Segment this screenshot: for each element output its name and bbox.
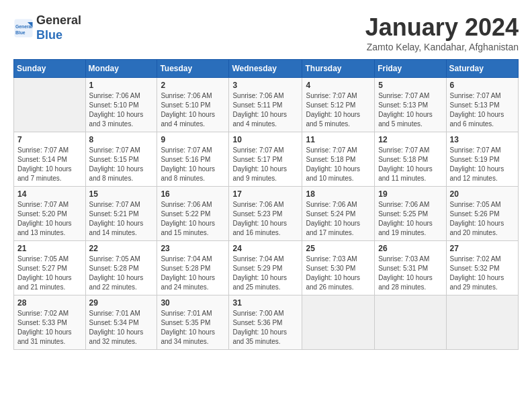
calendar-cell bbox=[446, 295, 518, 350]
calendar-cell: 25Sunrise: 7:03 AMSunset: 5:30 PMDayligh… bbox=[302, 241, 375, 295]
calendar-cell: 7Sunrise: 7:07 AMSunset: 5:14 PMDaylight… bbox=[14, 132, 86, 187]
calendar-cell: 1Sunrise: 7:06 AMSunset: 5:10 PMDaylight… bbox=[85, 78, 157, 132]
day-info: Sunrise: 7:07 AMSunset: 5:13 PMDaylight:… bbox=[378, 91, 442, 129]
calendar-cell: 11Sunrise: 7:07 AMSunset: 5:18 PMDayligh… bbox=[302, 132, 375, 187]
day-number: 30 bbox=[161, 298, 225, 308]
day-number: 6 bbox=[450, 81, 515, 90]
day-info: Sunrise: 7:02 AMSunset: 5:32 PMDaylight:… bbox=[450, 255, 515, 292]
calendar-cell: 28Sunrise: 7:02 AMSunset: 5:33 PMDayligh… bbox=[14, 295, 86, 350]
day-number: 23 bbox=[161, 244, 225, 253]
day-info: Sunrise: 7:07 AMSunset: 5:20 PMDaylight:… bbox=[17, 200, 82, 238]
location-text: Zamto Kelay, Kandahar, Afghanistan bbox=[365, 42, 519, 52]
day-info: Sunrise: 7:06 AMSunset: 5:10 PMDaylight:… bbox=[161, 91, 225, 129]
column-header-monday: Monday bbox=[85, 60, 157, 78]
calendar-cell: 16Sunrise: 7:06 AMSunset: 5:22 PMDayligh… bbox=[157, 187, 229, 241]
day-info: Sunrise: 7:06 AMSunset: 5:10 PMDaylight:… bbox=[89, 91, 154, 129]
day-number: 10 bbox=[232, 135, 298, 144]
day-number: 20 bbox=[450, 189, 515, 199]
day-number: 1 bbox=[89, 81, 154, 90]
calendar-table: SundayMondayTuesdayWednesdayThursdayFrid… bbox=[13, 59, 519, 350]
day-number: 22 bbox=[89, 244, 154, 253]
day-number: 5 bbox=[378, 81, 442, 90]
calendar-cell: 24Sunrise: 7:04 AMSunset: 5:29 PMDayligh… bbox=[229, 241, 302, 295]
calendar-week-2: 7Sunrise: 7:07 AMSunset: 5:14 PMDaylight… bbox=[14, 132, 519, 187]
day-info: Sunrise: 7:07 AMSunset: 5:14 PMDaylight:… bbox=[17, 146, 82, 183]
calendar-cell: 15Sunrise: 7:07 AMSunset: 5:21 PMDayligh… bbox=[85, 187, 157, 241]
day-number: 4 bbox=[306, 81, 371, 90]
column-header-wednesday: Wednesday bbox=[229, 60, 302, 78]
calendar-cell: 8Sunrise: 7:07 AMSunset: 5:15 PMDaylight… bbox=[85, 132, 157, 187]
column-header-tuesday: Tuesday bbox=[157, 60, 229, 78]
day-number: 16 bbox=[161, 189, 225, 199]
calendar-cell: 13Sunrise: 7:07 AMSunset: 5:19 PMDayligh… bbox=[446, 132, 518, 187]
day-info: Sunrise: 7:07 AMSunset: 5:13 PMDaylight:… bbox=[450, 91, 515, 129]
day-number: 14 bbox=[17, 189, 82, 199]
day-info: Sunrise: 7:07 AMSunset: 5:17 PMDaylight:… bbox=[232, 146, 298, 183]
day-info: Sunrise: 7:03 AMSunset: 5:30 PMDaylight:… bbox=[306, 255, 371, 292]
day-info: Sunrise: 7:06 AMSunset: 5:25 PMDaylight:… bbox=[378, 200, 442, 238]
day-info: Sunrise: 7:00 AMSunset: 5:36 PMDaylight:… bbox=[232, 309, 298, 347]
calendar-cell bbox=[14, 78, 86, 132]
calendar-week-1: 1Sunrise: 7:06 AMSunset: 5:10 PMDaylight… bbox=[14, 78, 519, 132]
day-number: 13 bbox=[450, 135, 515, 144]
calendar-cell: 20Sunrise: 7:05 AMSunset: 5:26 PMDayligh… bbox=[446, 187, 518, 241]
calendar-cell: 4Sunrise: 7:07 AMSunset: 5:12 PMDaylight… bbox=[302, 78, 375, 132]
day-info: Sunrise: 7:01 AMSunset: 5:35 PMDaylight:… bbox=[161, 309, 225, 347]
day-info: Sunrise: 7:06 AMSunset: 5:23 PMDaylight:… bbox=[232, 200, 298, 238]
day-info: Sunrise: 7:03 AMSunset: 5:31 PMDaylight:… bbox=[378, 255, 442, 292]
calendar-week-3: 14Sunrise: 7:07 AMSunset: 5:20 PMDayligh… bbox=[14, 187, 519, 241]
calendar-cell: 14Sunrise: 7:07 AMSunset: 5:20 PMDayligh… bbox=[14, 187, 86, 241]
day-number: 26 bbox=[378, 244, 442, 253]
calendar-cell: 23Sunrise: 7:04 AMSunset: 5:28 PMDayligh… bbox=[157, 241, 229, 295]
day-number: 3 bbox=[232, 81, 298, 90]
day-info: Sunrise: 7:04 AMSunset: 5:29 PMDaylight:… bbox=[232, 255, 298, 292]
logo-blue-text: Blue bbox=[36, 28, 81, 43]
day-number: 18 bbox=[306, 189, 371, 199]
day-number: 24 bbox=[232, 244, 298, 253]
logo: General Blue General Blue bbox=[13, 13, 81, 42]
day-number: 7 bbox=[17, 135, 82, 144]
day-info: Sunrise: 7:07 AMSunset: 5:16 PMDaylight:… bbox=[161, 146, 225, 183]
logo-icon: General Blue bbox=[13, 18, 34, 38]
day-info: Sunrise: 7:05 AMSunset: 5:26 PMDaylight:… bbox=[450, 200, 515, 238]
calendar-cell: 31Sunrise: 7:00 AMSunset: 5:36 PMDayligh… bbox=[229, 295, 302, 350]
calendar-week-5: 28Sunrise: 7:02 AMSunset: 5:33 PMDayligh… bbox=[14, 295, 519, 350]
day-info: Sunrise: 7:04 AMSunset: 5:28 PMDaylight:… bbox=[161, 255, 225, 292]
day-info: Sunrise: 7:07 AMSunset: 5:19 PMDaylight:… bbox=[450, 146, 515, 183]
day-info: Sunrise: 7:05 AMSunset: 5:28 PMDaylight:… bbox=[89, 255, 154, 292]
calendar-cell: 3Sunrise: 7:06 AMSunset: 5:11 PMDaylight… bbox=[229, 78, 302, 132]
column-header-sunday: Sunday bbox=[14, 60, 86, 78]
column-header-friday: Friday bbox=[375, 60, 446, 78]
calendar-cell: 6Sunrise: 7:07 AMSunset: 5:13 PMDaylight… bbox=[446, 78, 518, 132]
day-number: 27 bbox=[450, 244, 515, 253]
calendar-cell: 27Sunrise: 7:02 AMSunset: 5:32 PMDayligh… bbox=[446, 241, 518, 295]
column-header-saturday: Saturday bbox=[446, 60, 518, 78]
day-number: 31 bbox=[232, 298, 298, 308]
day-number: 19 bbox=[378, 189, 442, 199]
day-info: Sunrise: 7:07 AMSunset: 5:21 PMDaylight:… bbox=[89, 200, 154, 238]
calendar-header-row: SundayMondayTuesdayWednesdayThursdayFrid… bbox=[14, 60, 519, 78]
day-number: 2 bbox=[161, 81, 225, 90]
svg-text:Blue: Blue bbox=[15, 30, 26, 35]
day-info: Sunrise: 7:07 AMSunset: 5:15 PMDaylight:… bbox=[89, 146, 154, 183]
day-info: Sunrise: 7:06 AMSunset: 5:11 PMDaylight:… bbox=[232, 91, 298, 129]
svg-text:General: General bbox=[15, 24, 32, 29]
calendar-cell bbox=[375, 295, 446, 350]
calendar-cell bbox=[302, 295, 375, 350]
page-header: General Blue General Blue January 2024 Z… bbox=[13, 13, 519, 52]
calendar-cell: 10Sunrise: 7:07 AMSunset: 5:17 PMDayligh… bbox=[229, 132, 302, 187]
day-number: 28 bbox=[17, 298, 82, 308]
day-info: Sunrise: 7:01 AMSunset: 5:34 PMDaylight:… bbox=[89, 309, 154, 347]
month-title: January 2024 bbox=[365, 13, 519, 42]
calendar-cell: 30Sunrise: 7:01 AMSunset: 5:35 PMDayligh… bbox=[157, 295, 229, 350]
day-info: Sunrise: 7:07 AMSunset: 5:18 PMDaylight:… bbox=[306, 146, 371, 183]
day-number: 15 bbox=[89, 189, 154, 199]
calendar-cell: 22Sunrise: 7:05 AMSunset: 5:28 PMDayligh… bbox=[85, 241, 157, 295]
calendar-week-4: 21Sunrise: 7:05 AMSunset: 5:27 PMDayligh… bbox=[14, 241, 519, 295]
calendar-cell: 2Sunrise: 7:06 AMSunset: 5:10 PMDaylight… bbox=[157, 78, 229, 132]
day-number: 11 bbox=[306, 135, 371, 144]
calendar-cell: 18Sunrise: 7:06 AMSunset: 5:24 PMDayligh… bbox=[302, 187, 375, 241]
day-number: 17 bbox=[232, 189, 298, 199]
calendar-cell: 19Sunrise: 7:06 AMSunset: 5:25 PMDayligh… bbox=[375, 187, 446, 241]
logo-general-text: General bbox=[36, 13, 81, 28]
